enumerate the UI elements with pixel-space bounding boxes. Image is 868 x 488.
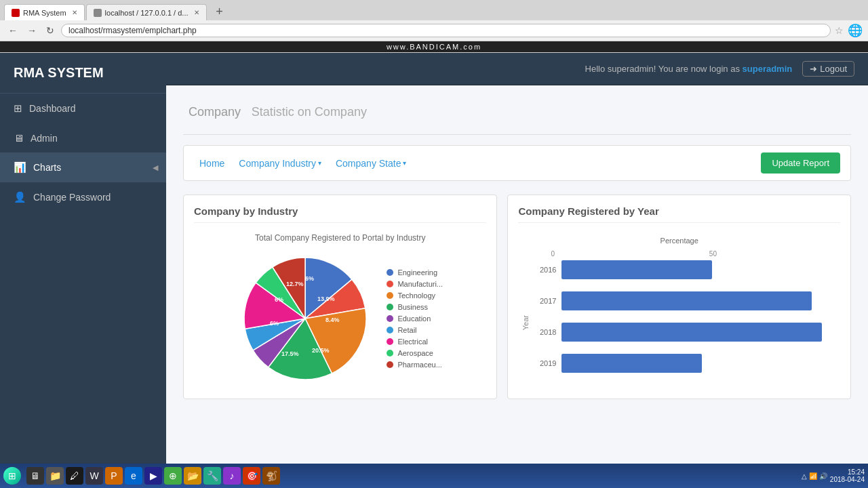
- sidebar-item-label-change-password: Change Password: [33, 192, 111, 203]
- star-icon[interactable]: ☆: [835, 25, 844, 36]
- username-text: superadmin: [743, 64, 793, 74]
- bar-year-label: 2017: [532, 297, 556, 305]
- sidebar-item-dashboard[interactable]: ⊞ Dashboard: [0, 94, 166, 123]
- pie-label-electrical: 12.7%: [286, 281, 304, 287]
- pie-label-engineering: 13.9%: [317, 296, 335, 302]
- pie-chart-title: Company by Industry: [194, 205, 486, 223]
- page-title-section: Company Statistic on Company: [183, 99, 851, 121]
- legend-item: Education: [387, 314, 443, 323]
- taskbar-tray: △ 📶 🔊 15:24 2018-04-24: [802, 468, 865, 483]
- bar-row: 2017: [532, 291, 837, 310]
- legend-label: Electrical: [397, 338, 428, 346]
- taskbar-icon-3[interactable]: 🖊: [66, 467, 83, 485]
- legend-item: Business: [387, 303, 443, 311]
- bar-year-label: 2016: [532, 266, 556, 274]
- top-nav: Hello superadmin! You are now login as s…: [166, 53, 868, 85]
- legend-item: Engineering: [387, 268, 443, 277]
- forward-button[interactable]: →: [24, 24, 39, 37]
- pie-label-education: 6%: [270, 320, 279, 327]
- legend-label: Engineering: [397, 268, 437, 277]
- dashboard-icon: ⊞: [14, 102, 22, 115]
- pie-label-manufacturing: 8.4%: [326, 317, 340, 323]
- bar-fill: [561, 260, 711, 279]
- bar-fill: [561, 291, 812, 310]
- pie-chart-card: Company by Industry Total Company Regist…: [183, 195, 497, 399]
- bar-chart: 2016 2017 2018 2019: [532, 260, 837, 385]
- sidebar-item-label-admin: Admin: [31, 133, 58, 144]
- tab-close-localhost[interactable]: ✕: [194, 9, 199, 16]
- sidebar-brand: RMA SYSTEM: [0, 53, 166, 94]
- sidebar-item-admin[interactable]: 🖥 Admin: [0, 123, 166, 152]
- logout-button[interactable]: ➜ Logout: [802, 61, 854, 77]
- legend-dot: [387, 292, 393, 299]
- tray-time: 15:24 2018-04-24: [830, 468, 865, 483]
- hello-text: Hello superadmin! You are now login as s…: [585, 64, 793, 74]
- x-tick-0: 0: [551, 250, 555, 258]
- legend-dot: [387, 281, 393, 287]
- tab-label-localhost: localhost / 127.0.0.1 / d...: [105, 9, 189, 17]
- pie-legend: EngineeringManufacturi...TechnologyBusin…: [387, 268, 443, 369]
- tab-rma[interactable]: RMA System ✕: [4, 4, 85, 20]
- bar-row: 2018: [532, 323, 837, 342]
- sidebar-item-label-charts: Charts: [33, 162, 61, 173]
- legend-dot: [387, 338, 393, 345]
- tab-localhost[interactable]: localhost / 127.0.0.1 / d... ✕: [86, 4, 207, 20]
- taskbar-icon-monkey[interactable]: 🐒: [262, 467, 280, 485]
- legend-item: Retail: [387, 326, 443, 334]
- taskbar-icon-ie[interactable]: e: [125, 467, 142, 485]
- bar-chart-title: Company Registered by Year: [518, 205, 840, 223]
- admin-icon: 🖥: [14, 132, 24, 144]
- url-bar[interactable]: localhost/rmasystem/emplchart.php: [61, 24, 831, 37]
- tray-icons: △ 📶 🔊: [802, 472, 827, 480]
- bar-chart-container: Percentage 0 50 Year 2016 2017: [518, 233, 840, 388]
- sidebar-item-change-password[interactable]: 👤 Change Password: [0, 182, 166, 212]
- page-heading: Company Statistic on Company: [183, 99, 851, 121]
- charts-arrow-icon: ◀: [153, 163, 158, 172]
- legend-item: Manufacturi...: [387, 280, 443, 288]
- tab-close-rma[interactable]: ✕: [72, 9, 77, 16]
- taskbar-icon-music[interactable]: ♪: [223, 467, 241, 485]
- legend-dot: [387, 304, 393, 310]
- nav-company-state[interactable]: Company State ▾: [330, 155, 412, 172]
- pie-label-business: 17.5%: [281, 350, 299, 357]
- page-subtitle: Statistic on Company: [252, 105, 367, 119]
- pie-label-retail: 6%: [275, 296, 283, 303]
- legend-dot: [387, 315, 393, 322]
- taskbar-icon-folder[interactable]: 📂: [184, 467, 201, 485]
- bar-track: [561, 323, 837, 342]
- main-content: Company Statistic on Company Home Compan…: [166, 85, 868, 464]
- legend-item: Electrical: [387, 338, 443, 346]
- refresh-button[interactable]: ↻: [43, 24, 57, 37]
- bar-chart-wrapper: Year 2016 2017 2018 2019: [521, 260, 837, 385]
- pie-label-technology: 20.5%: [312, 347, 330, 354]
- taskbar-icon-pp[interactable]: P: [105, 467, 123, 485]
- new-tab-button[interactable]: +: [211, 3, 229, 20]
- taskbar-icon-green[interactable]: 🔧: [203, 467, 221, 485]
- taskbar-icon-arrow[interactable]: ▶: [144, 467, 162, 485]
- taskbar-icon-word[interactable]: W: [85, 467, 103, 485]
- taskbar: ⊞ 🖥 📁 🖊 W P e ▶ ⊕ 📂 🔧 ♪ 🎯 🐒 △ 📶 🔊 15:24 …: [0, 464, 868, 488]
- bar-fill: [561, 354, 701, 373]
- legend-label: Technology: [397, 291, 435, 300]
- sidebar-item-charts[interactable]: 📊 Charts ◀: [0, 152, 166, 182]
- nav-home[interactable]: Home: [194, 155, 230, 172]
- legend-label: Education: [397, 314, 431, 323]
- update-report-button[interactable]: Update Report: [761, 152, 840, 174]
- bar-fill: [561, 323, 821, 342]
- legend-item: Technology: [387, 291, 443, 300]
- nav-company-industry[interactable]: Company Industry ▾: [233, 155, 327, 172]
- nav-bar: Home Company Industry ▾ Company State ▾ …: [183, 145, 851, 181]
- bar-track: [561, 291, 837, 310]
- bar-row: 2019: [532, 354, 837, 373]
- sidebar: RMA SYSTEM ⊞ Dashboard 🖥 Admin 📊 Charts …: [0, 53, 166, 464]
- back-button[interactable]: ←: [5, 24, 20, 37]
- taskbar-icon-app[interactable]: 🎯: [243, 467, 260, 485]
- taskbar-icon-1[interactable]: 🖥: [26, 467, 44, 485]
- bar-chart-card: Company Registered by Year Percentage 0 …: [507, 195, 851, 399]
- tab-favicon-localhost: [94, 9, 102, 17]
- bar-y-axis-label: Year: [521, 315, 530, 330]
- taskbar-icon-chrome[interactable]: ⊕: [164, 467, 182, 485]
- taskbar-icon-2[interactable]: 📁: [46, 467, 64, 485]
- start-button[interactable]: ⊞: [3, 467, 21, 485]
- tab-label-rma: RMA System: [23, 9, 66, 17]
